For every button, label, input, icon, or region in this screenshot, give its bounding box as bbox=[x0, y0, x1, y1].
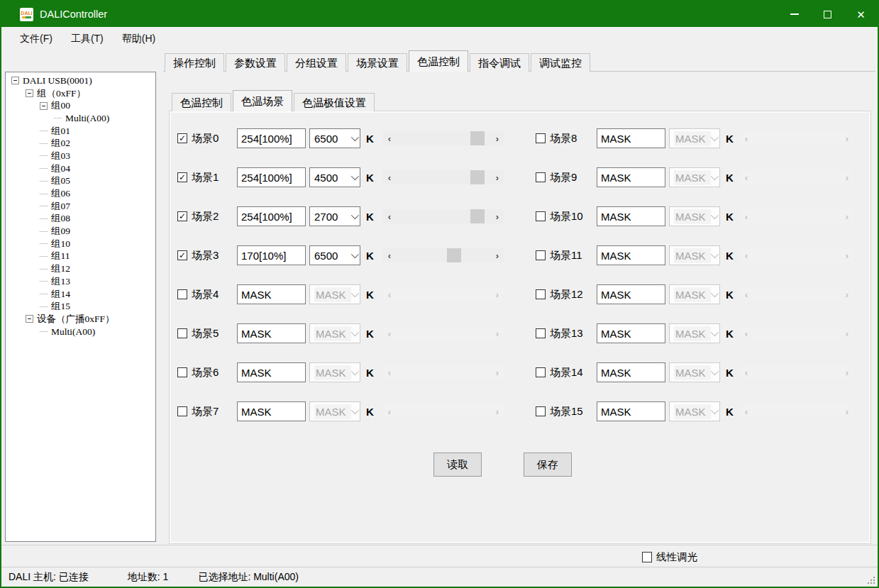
menu-item-工具(T)[interactable]: 工具(T) bbox=[62, 28, 113, 50]
scrollbar-track[interactable] bbox=[396, 248, 491, 262]
tree-node[interactable]: 组15 bbox=[6, 300, 155, 313]
save-button[interactable]: 保存 bbox=[524, 453, 572, 477]
scene-level-input[interactable] bbox=[237, 323, 306, 343]
scene-level-input[interactable] bbox=[237, 401, 306, 421]
tree-node[interactable]: 组08 bbox=[6, 213, 155, 226]
scene-checkbox[interactable]: ✓ bbox=[177, 211, 187, 221]
scrollbar-thumb[interactable] bbox=[470, 209, 485, 223]
scene-checkbox[interactable] bbox=[536, 328, 546, 338]
tree-node[interactable]: 组00 bbox=[6, 99, 155, 112]
tree-node[interactable]: 组07 bbox=[6, 200, 155, 213]
device-tree[interactable]: DALI USB(0001)组（0xFF）组00Multi(A00)组01组02… bbox=[5, 72, 156, 542]
scene-checkbox[interactable] bbox=[177, 289, 187, 299]
tree-node[interactable]: 组06 bbox=[6, 187, 155, 200]
tree-node[interactable]: 组12 bbox=[6, 262, 155, 275]
read-button[interactable]: 读取 bbox=[433, 453, 482, 477]
scene-level-input[interactable] bbox=[237, 206, 306, 226]
scene-level-input[interactable] bbox=[597, 167, 665, 187]
color-temp-dropdown[interactable]: 6500 bbox=[309, 245, 360, 265]
resize-grip-icon[interactable] bbox=[867, 576, 875, 584]
tab-色温控制[interactable]: 色温控制 bbox=[409, 50, 468, 72]
tree-node[interactable]: 组（0xFF） bbox=[6, 87, 155, 100]
scene-checkbox[interactable] bbox=[536, 406, 546, 416]
tab-指令调试[interactable]: 指令调试 bbox=[470, 53, 529, 72]
scrollbar-track[interactable] bbox=[396, 209, 491, 223]
collapse-icon[interactable] bbox=[11, 77, 19, 84]
color-temp-scrollbar[interactable]: ‹› bbox=[383, 131, 504, 145]
tab-参数设置[interactable]: 参数设置 bbox=[226, 53, 285, 72]
tab-调试监控[interactable]: 调试监控 bbox=[531, 53, 590, 72]
menu-item-文件(F)[interactable]: 文件(F) bbox=[11, 28, 62, 50]
tree-node[interactable]: 组10 bbox=[6, 238, 155, 250]
tree-node[interactable]: 组11 bbox=[6, 250, 155, 263]
color-temp-scrollbar[interactable]: ‹› bbox=[383, 209, 504, 223]
scene-level-input[interactable] bbox=[597, 245, 665, 265]
tab-分组设置[interactable]: 分组设置 bbox=[287, 53, 346, 72]
scroll-right-icon[interactable]: › bbox=[491, 131, 504, 145]
scrollbar-track[interactable] bbox=[396, 131, 491, 145]
scroll-left-icon[interactable]: ‹ bbox=[383, 209, 396, 223]
scene-level-input[interactable] bbox=[597, 323, 665, 343]
scene-level-input[interactable] bbox=[237, 362, 306, 382]
scrollbar-thumb[interactable] bbox=[470, 131, 485, 145]
scrollbar-track[interactable] bbox=[396, 170, 491, 184]
scene-level-input[interactable] bbox=[237, 167, 306, 187]
scene-checkbox[interactable] bbox=[536, 211, 546, 221]
tree-node[interactable]: 组02 bbox=[6, 137, 155, 150]
collapse-icon[interactable] bbox=[26, 89, 33, 97]
tree-node[interactable]: 组13 bbox=[6, 275, 155, 288]
color-temp-dropdown[interactable]: 2700 bbox=[309, 206, 360, 226]
tree-node[interactable]: 组05 bbox=[6, 175, 155, 188]
tree-node[interactable]: 设备（广播0xFF） bbox=[6, 313, 155, 326]
color-temp-scrollbar[interactable]: ‹› bbox=[383, 170, 504, 184]
scrollbar-thumb[interactable] bbox=[447, 248, 461, 262]
tab-场景设置[interactable]: 场景设置 bbox=[348, 53, 407, 72]
color-temp-dropdown[interactable]: 6500 bbox=[309, 128, 360, 148]
collapse-icon[interactable] bbox=[26, 315, 33, 323]
tree-node[interactable]: Multi(A00) bbox=[6, 326, 155, 338]
scene-checkbox[interactable] bbox=[536, 133, 546, 143]
close-button[interactable]: ✕ bbox=[844, 1, 878, 27]
scene-level-input[interactable] bbox=[597, 362, 665, 382]
scene-level-input[interactable] bbox=[237, 284, 306, 304]
scene-checkbox[interactable] bbox=[536, 367, 546, 377]
tree-node[interactable]: 组14 bbox=[6, 288, 155, 301]
tree-node[interactable]: 组04 bbox=[6, 162, 155, 175]
scene-level-input[interactable] bbox=[237, 245, 306, 265]
scroll-right-icon[interactable]: › bbox=[491, 170, 504, 184]
tree-node[interactable]: Multi(A00) bbox=[6, 112, 155, 125]
scene-checkbox[interactable]: ✓ bbox=[177, 172, 187, 182]
scene-checkbox[interactable] bbox=[536, 250, 546, 260]
scene-checkbox[interactable] bbox=[177, 406, 187, 416]
tree-node[interactable]: DALI USB(0001) bbox=[6, 74, 155, 87]
linear-dimming-checkbox[interactable] bbox=[642, 552, 652, 562]
subtab-色温极值设置[interactable]: 色温极值设置 bbox=[294, 93, 375, 111]
scene-level-input[interactable] bbox=[597, 284, 665, 304]
minimize-button[interactable] bbox=[778, 1, 811, 27]
scene-checkbox[interactable] bbox=[177, 328, 187, 338]
subtab-色温场景[interactable]: 色温场景 bbox=[233, 90, 292, 111]
scroll-right-icon[interactable]: › bbox=[491, 209, 504, 223]
scene-level-input[interactable] bbox=[597, 401, 665, 421]
scene-checkbox[interactable] bbox=[536, 172, 546, 182]
scroll-left-icon[interactable]: ‹ bbox=[383, 131, 396, 145]
scene-checkbox[interactable]: ✓ bbox=[177, 250, 187, 260]
maximize-button[interactable] bbox=[811, 1, 844, 27]
scene-level-input[interactable] bbox=[597, 128, 665, 148]
subtab-色温控制[interactable]: 色温控制 bbox=[172, 93, 231, 111]
scene-checkbox[interactable] bbox=[536, 289, 546, 299]
scroll-right-icon[interactable]: › bbox=[491, 248, 504, 262]
scene-checkbox[interactable]: ✓ bbox=[177, 133, 187, 143]
scene-level-input[interactable] bbox=[597, 206, 665, 226]
collapse-icon[interactable] bbox=[40, 102, 48, 110]
menu-item-帮助(H)[interactable]: 帮助(H) bbox=[113, 28, 165, 50]
tab-操作控制[interactable]: 操作控制 bbox=[165, 53, 224, 72]
color-temp-dropdown[interactable]: 4500 bbox=[309, 167, 360, 187]
scene-checkbox[interactable] bbox=[177, 367, 187, 377]
scrollbar-thumb[interactable] bbox=[470, 170, 485, 184]
color-temp-scrollbar[interactable]: ‹› bbox=[383, 248, 504, 262]
tree-node[interactable]: 组03 bbox=[6, 150, 155, 162]
scroll-left-icon[interactable]: ‹ bbox=[383, 170, 396, 184]
scroll-left-icon[interactable]: ‹ bbox=[383, 248, 396, 262]
tree-node[interactable]: 组09 bbox=[6, 225, 155, 238]
